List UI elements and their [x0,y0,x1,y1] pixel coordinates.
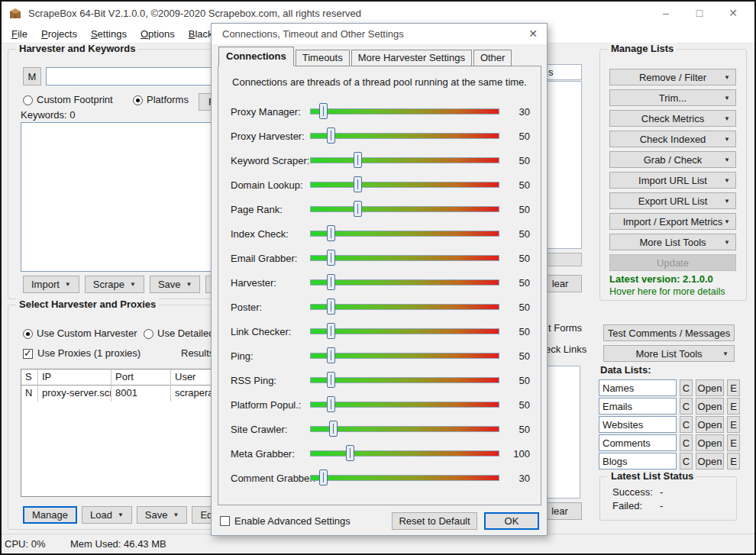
more-list-tools-button[interactable]: More List Tools▼ [609,234,736,250]
column-header-s[interactable]: S [21,369,38,386]
slider-thumb[interactable] [327,396,335,412]
data-list-input-comments[interactable]: Comments [599,434,677,451]
test-comments-button[interactable]: Test Comments / Messages [603,324,735,341]
slider-thumb[interactable] [327,127,335,144]
menu-item-projects[interactable]: Projects [34,25,84,43]
slider-thumb[interactable] [354,201,362,217]
slider-thumb[interactable] [329,421,338,437]
menu-item-options[interactable]: Options [134,25,182,43]
close-icon[interactable]: ✕ [716,2,750,24]
slider-thumb[interactable] [327,347,335,363]
slider-thumb[interactable] [327,298,335,315]
clear-list-button[interactable]: C [680,416,693,433]
open-list-button[interactable]: Open [696,453,724,469]
slider-harvester[interactable] [310,274,499,291]
edit-list-button[interactable]: E [727,434,740,451]
use-proxies-checkbox[interactable]: ✓ [23,349,33,359]
slider-thumb[interactable] [327,274,335,290]
use-custom-harvester-radio[interactable] [23,329,33,339]
more-list-tools-dropdown[interactable]: More List Tools ▼ [603,345,735,362]
menu-item-file[interactable]: File [5,25,34,43]
slider-track[interactable] [310,426,499,432]
edit-list-button[interactable]: E [727,379,740,396]
slider-track[interactable] [310,304,499,310]
tab-timeouts[interactable]: Timeouts [296,50,350,66]
use-detailed-radio[interactable] [144,329,153,339]
import-export-metrics-button[interactable]: Import / Export Metrics▼ [609,213,736,230]
check-indexed-button[interactable]: Check Indexed▼ [609,131,736,147]
edit-list-button[interactable]: E [727,416,740,433]
slider-track[interactable] [310,206,499,212]
slider-keyword-scraper[interactable] [310,152,499,169]
slider-comment-grabber[interactable] [310,469,499,486]
slider-thumb[interactable] [327,225,335,241]
table-row[interactable]: Nproxy-server.scr8001scrapera [21,386,215,402]
column-header-port[interactable]: Port [111,369,171,386]
slider-link-checker[interactable] [310,323,499,340]
trim-button[interactable]: Trim...▼ [609,89,736,106]
tab-more-harvester-settings[interactable]: More Harvester Settings [351,50,472,66]
minimize-icon[interactable]: – [649,2,683,24]
slider-thumb[interactable] [354,152,362,168]
clear-list-button[interactable]: C [680,379,693,396]
load-button[interactable]: Load▼ [82,506,132,524]
column-header-ip[interactable]: IP [38,369,111,386]
slider-track[interactable] [310,328,499,334]
save-button[interactable]: Save▼ [137,506,188,524]
tab-other[interactable]: Other [473,50,512,66]
footprint-input[interactable] [46,67,215,86]
slider-track[interactable] [310,402,499,408]
custom-footprint-radio[interactable] [23,95,33,105]
hover-details-label[interactable]: Hover here for more details [609,286,725,297]
slider-index-check[interactable] [310,225,499,242]
export-url-list-button[interactable]: Export URL List▼ [609,192,736,209]
data-list-input-websites[interactable]: Websites [599,416,677,433]
slider-track[interactable] [310,231,499,237]
platforms-radio[interactable] [133,95,143,105]
data-list-input-blogs[interactable]: Blogs [599,453,677,469]
proxies-table[interactable]: SIPPortUserNproxy-server.scr8001scrapera [21,369,215,497]
scrape-button[interactable]: Scrape▼ [85,276,144,293]
slider-track[interactable] [310,133,499,139]
slider-thumb[interactable] [319,469,328,486]
slider-proxy-harvester[interactable] [310,127,499,144]
enable-advanced-checkbox[interactable] [220,516,230,526]
open-list-button[interactable]: Open [696,398,724,415]
slider-platform-popul[interactable] [310,396,499,413]
slider-meta-grabber[interactable] [310,445,499,462]
maximize-icon[interactable]: □ [683,2,716,24]
slider-track[interactable] [310,475,499,481]
slider-thumb[interactable] [346,445,354,461]
slider-track[interactable] [310,353,499,359]
slider-site-crawler[interactable] [310,421,499,437]
clear-list-button[interactable]: C [680,434,693,451]
slider-ping[interactable] [310,347,499,364]
manage-button[interactable]: Manage [23,506,77,524]
remove-filter-button[interactable]: Remove / Filter▼ [609,69,736,86]
slider-rss-ping[interactable] [310,372,499,389]
clear-list-button[interactable]: C [680,398,693,415]
dialog-close-icon[interactable]: ✕ [528,27,538,40]
slider-track[interactable] [310,279,499,286]
slider-thumb[interactable] [354,176,362,192]
grab-check-button[interactable]: Grab / Check▼ [609,151,736,168]
slider-track[interactable] [310,182,499,188]
open-list-button[interactable]: Open [696,434,724,451]
slider-domain-lookup[interactable] [310,176,499,193]
slider-thumb[interactable] [319,103,328,119]
slider-page-rank[interactable] [310,201,499,218]
slider-thumb[interactable] [327,250,335,266]
slider-poster[interactable] [310,298,499,315]
import-button[interactable]: Import▼ [23,276,79,293]
check-metrics-button[interactable]: Check Metrics▼ [609,110,736,127]
import-url-list-button[interactable]: Import URL List▼ [609,172,736,189]
slider-thumb[interactable] [327,372,335,388]
open-list-button[interactable]: Open [696,379,724,396]
keywords-textarea[interactable] [21,122,215,272]
m-button[interactable]: M [23,67,41,86]
reset-to-default-button[interactable]: Reset to Default [392,512,477,530]
edit-list-button[interactable]: E [727,398,740,415]
edit-list-button[interactable]: E [727,453,740,469]
slider-email-grabber[interactable] [310,250,499,266]
menu-item-settings[interactable]: Settings [84,25,134,43]
